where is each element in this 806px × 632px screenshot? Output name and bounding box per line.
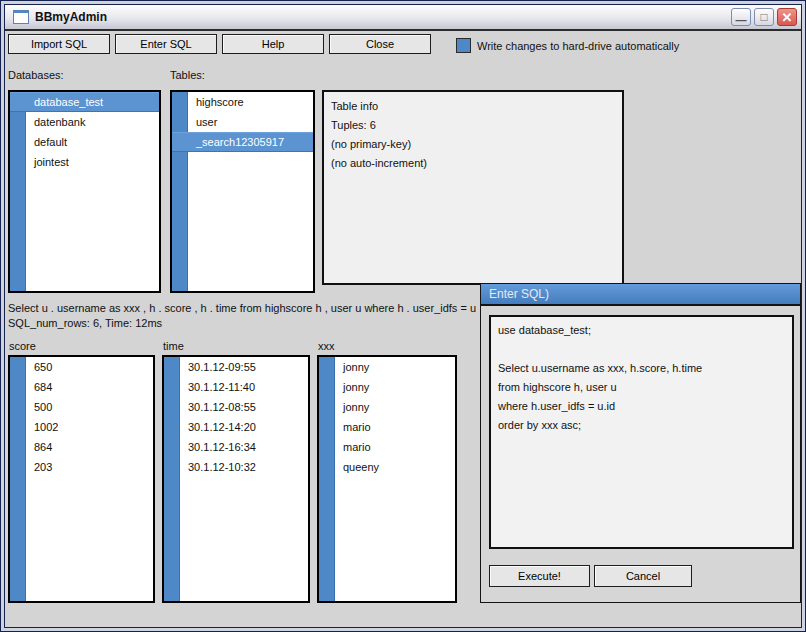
sql-line: use database_test; [498, 321, 785, 340]
table-info-line: Tuples: 6 [331, 116, 615, 135]
minimize-button[interactable]: — [731, 8, 751, 26]
close-button[interactable]: Close [329, 34, 431, 54]
dialog-title: Enter SQL) [489, 287, 549, 301]
result-column-score: score 6506845001002864203 [8, 339, 155, 603]
maximize-button[interactable]: □ [754, 8, 774, 26]
execute-button[interactable]: Execute! [489, 565, 590, 587]
column-header: time [162, 339, 310, 355]
sql-line: where h.user_idfs = u.id [498, 397, 785, 416]
table-item-highscore[interactable]: highscore [172, 92, 313, 112]
databases-list[interactable]: database_testdatenbankdefaultjointest [8, 90, 161, 293]
result-items: 30.1.12-09:5530.1.12-11:4030.1.12-08:553… [164, 357, 308, 601]
result-cell[interactable]: 1002 [10, 417, 153, 437]
result-list[interactable]: jonnyjonnyjonnymariomarioqueeny [317, 355, 457, 603]
result-column-time: time 30.1.12-09:5530.1.12-11:4030.1.12-0… [162, 339, 310, 603]
result-cell[interactable]: 30.1.12-11:40 [164, 377, 308, 397]
result-cell[interactable]: jonny [319, 357, 455, 377]
result-cell[interactable]: jonny [319, 397, 455, 417]
app-icon[interactable] [13, 10, 29, 24]
result-cell[interactable]: 30.1.12-16:34 [164, 437, 308, 457]
database-item-datenbank[interactable]: datenbank [10, 112, 159, 132]
table-info-panel: Table infoTuples: 6(no primary-key)(no a… [322, 90, 624, 285]
column-header: score [8, 339, 155, 355]
window-content: BBmyAdmin — □ ✕ Import SQLEnter SQLHelpC… [5, 5, 801, 627]
result-cell[interactable]: queeny [319, 457, 455, 477]
close-button[interactable]: ✕ [777, 8, 797, 26]
table-item-user[interactable]: user [172, 112, 313, 132]
sql-line: order by xxx asc; [498, 416, 785, 435]
result-cell[interactable]: 650 [10, 357, 153, 377]
column-header: xxx [317, 339, 457, 355]
sql-line: Select u.username as xxx, h.score, h.tim… [498, 359, 785, 378]
import-sql-button[interactable]: Import SQL [8, 34, 110, 54]
table-item-search12305917[interactable]: _search12305917 [172, 132, 313, 152]
tables-items: highscoreuser_search12305917 [172, 92, 313, 291]
database-item-default[interactable]: default [10, 132, 159, 152]
title-bar[interactable]: BBmyAdmin — □ ✕ [5, 5, 801, 29]
database-item-jointest[interactable]: jointest [10, 152, 159, 172]
result-cell[interactable]: 684 [10, 377, 153, 397]
tables-list[interactable]: highscoreuser_search12305917 [170, 90, 315, 293]
dialog-title-bar[interactable]: Enter SQL) [481, 284, 800, 306]
sql-line: from highscore h, user u [498, 378, 785, 397]
table-info-line: (no auto-increment) [331, 154, 615, 173]
enter-sql-dialog: Enter SQL) use database_test; Select u.u… [480, 283, 801, 603]
window-frame: BBmyAdmin — □ ✕ Import SQLEnter SQLHelpC… [0, 0, 806, 632]
result-cell[interactable]: mario [319, 437, 455, 457]
window-title: BBmyAdmin [35, 10, 731, 24]
tables-label: Tables: [170, 69, 205, 81]
databases-label: Databases: [8, 69, 64, 81]
result-cell[interactable]: 203 [10, 457, 153, 477]
result-list[interactable]: 30.1.12-09:5530.1.12-11:4030.1.12-08:553… [162, 355, 310, 603]
result-cell[interactable]: mario [319, 417, 455, 437]
titlebar-separator [5, 29, 801, 31]
result-cell[interactable]: jonny [319, 377, 455, 397]
query-stats: SQL_num_rows: 6, Time: 12ms [8, 317, 162, 329]
result-cell[interactable]: 30.1.12-09:55 [164, 357, 308, 377]
table-info-line: Table info [331, 97, 615, 116]
enter-sql-button[interactable]: Enter SQL [115, 34, 217, 54]
result-cell[interactable]: 30.1.12-14:20 [164, 417, 308, 437]
cancel-button[interactable]: Cancel [594, 565, 692, 587]
query-text: Select u . username as xxx , h . score ,… [8, 302, 479, 314]
sql-editor[interactable]: use database_test; Select u.username as … [489, 315, 794, 549]
databases-items: database_testdatenbankdefaultjointest [10, 92, 159, 291]
database-item-database-test[interactable]: database_test [10, 92, 159, 112]
result-column-xxx: xxx jonnyjonnyjonnymariomarioqueeny [317, 339, 457, 603]
table-info-line: (no primary-key) [331, 135, 615, 154]
sql-line [498, 340, 785, 359]
result-cell[interactable]: 30.1.12-08:55 [164, 397, 308, 417]
window-controls: — □ ✕ [731, 8, 797, 26]
result-items: 6506845001002864203 [10, 357, 153, 601]
write-changes-label: Write changes to hard-drive automaticall… [477, 40, 679, 52]
result-cell[interactable]: 864 [10, 437, 153, 457]
result-list[interactable]: 6506845001002864203 [8, 355, 155, 603]
result-cell[interactable]: 30.1.12-10:32 [164, 457, 308, 477]
write-changes-checkbox[interactable] [456, 38, 471, 53]
result-items: jonnyjonnyjonnymariomarioqueeny [319, 357, 455, 601]
help-button[interactable]: Help [222, 34, 324, 54]
result-cell[interactable]: 500 [10, 397, 153, 417]
